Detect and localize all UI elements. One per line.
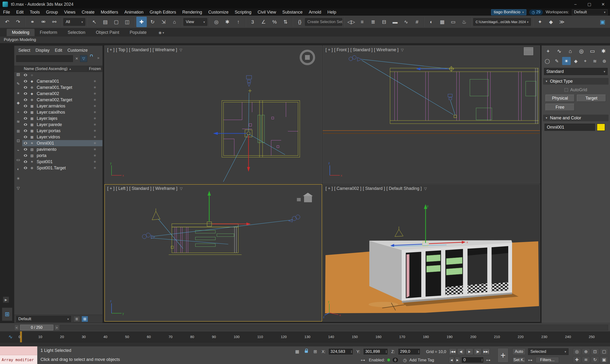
zoom-all-icon[interactable]: ⊕: [582, 348, 590, 355]
viewport-menu-general[interactable]: [ + ]: [325, 186, 333, 191]
isolate-selection-icon[interactable]: ▦: [294, 348, 301, 355]
home-view-widget[interactable]: [297, 193, 313, 202]
list-item[interactable]: ▧ porta ✳: [22, 153, 103, 159]
set-key-button[interactable]: Set K.: [512, 357, 526, 363]
listener-field[interactable]: Array modifier: [0, 355, 37, 364]
visibility-eye-icon[interactable]: [24, 136, 27, 138]
remote-render-icon[interactable]: ▣: [597, 17, 608, 27]
maximize-button[interactable]: ▢: [582, 0, 596, 9]
visibility-eye-icon[interactable]: [24, 74, 27, 76]
toolbar-overflow-chevron[interactable]: ≫: [557, 17, 567, 27]
ribbon-tab[interactable]: Populate: [124, 29, 152, 36]
display-xrefs-icon[interactable]: ⊡: [17, 138, 20, 143]
rendered-frame-window-icon[interactable]: ▭: [448, 17, 458, 27]
spinner-icon[interactable]: ▴▾: [418, 350, 419, 353]
mini-curve-editor-icon[interactable]: ∿: [6, 333, 15, 341]
camera-viewport-canvas[interactable]: y x x y z: [323, 184, 540, 322]
undo-icon[interactable]: ↶: [2, 17, 13, 27]
zoom-icon[interactable]: ◎: [573, 348, 581, 355]
menu-item[interactable]: Scripting: [232, 9, 255, 16]
visibility-eye-icon[interactable]: [24, 167, 27, 169]
menu-item[interactable]: Display: [33, 48, 52, 53]
mirror-icon[interactable]: ◁▷: [346, 17, 356, 27]
utilities-tab-icon[interactable]: ✱: [598, 46, 609, 56]
shapes-category-icon[interactable]: ✎: [553, 57, 561, 65]
menu-item[interactable]: Customize: [65, 48, 90, 53]
layer-manager-icon[interactable]: ≣: [368, 17, 378, 27]
key-icon[interactable]: ⊶: [360, 357, 366, 364]
visibility-eye-icon[interactable]: [24, 111, 27, 113]
menu-item[interactable]: Graph Editors: [146, 9, 179, 16]
clear-search-icon[interactable]: ✕: [74, 56, 79, 62]
target-light-button[interactable]: Target: [577, 95, 606, 102]
select-and-link-icon[interactable]: ⚭: [27, 17, 38, 27]
create-tab-icon[interactable]: +: [543, 46, 554, 56]
list-item[interactable]: ☀ Omni001 ✳: [22, 140, 103, 146]
set-keys-button[interactable]: +: [497, 348, 508, 363]
expand-panel-button[interactable]: ▶: [3, 297, 9, 303]
key-mode-toggle-icon[interactable]: ⊶: [485, 357, 491, 364]
top-viewport-canvas[interactable]: x y: [104, 46, 322, 184]
play-button[interactable]: ▶: [466, 348, 473, 355]
display-lights-icon[interactable]: ☀: [16, 91, 20, 95]
previous-frame-button[interactable]: ◀|: [457, 348, 465, 355]
frozen-icon[interactable]: ✳: [87, 166, 103, 170]
ribbon-tab[interactable]: Selection: [63, 29, 91, 36]
extra-tool-icon-2[interactable]: ◆: [546, 17, 556, 27]
viewport-menu-renderer[interactable]: [ Standard ]: [350, 47, 373, 52]
menu-item[interactable]: Edit: [13, 9, 27, 16]
visibility-eye-icon[interactable]: [24, 123, 27, 126]
add-time-tag[interactable]: Add Time Tag: [409, 358, 434, 363]
maxscript-mini-listener[interactable]: Array modifier: [0, 346, 38, 364]
display-shapes-icon[interactable]: ✎: [17, 81, 20, 86]
viewport-menu-general[interactable]: [ + ]: [107, 47, 115, 52]
snaps-toggle-3d-icon[interactable]: 3: [247, 17, 258, 27]
next-frame-arrow[interactable]: >: [54, 325, 59, 330]
display-frozen-icon[interactable]: ✳: [17, 176, 20, 181]
display-space-warps-icon[interactable]: ≋: [17, 119, 20, 124]
display-groups-icon[interactable]: ⊞: [17, 129, 20, 133]
modify-tab-icon[interactable]: ∿: [554, 46, 565, 56]
list-item[interactable]: ○: [22, 72, 103, 78]
selection-filter-dropdown[interactable]: All ▾: [63, 18, 85, 26]
spinner-icon[interactable]: ▴▾: [386, 350, 387, 353]
layer-view-icon[interactable]: ≣: [73, 316, 80, 322]
viewport-left[interactable]: [ + ] [ Left ] [ Standard ] [ Wireframe …: [104, 184, 322, 322]
frame-forward-button[interactable]: ▶: [455, 357, 460, 363]
viewport-menu-view[interactable]: [ Top ]: [116, 47, 128, 52]
visibility-eye-icon[interactable]: [24, 148, 27, 151]
viewcube-compass[interactable]: [301, 51, 314, 64]
key-filter-icon[interactable]: ⊶: [527, 357, 533, 364]
extra-tool-icon-1[interactable]: ✦: [535, 17, 545, 27]
spinner-icon[interactable]: ▴▾: [351, 350, 352, 353]
ribbon-tab[interactable]: Object Paint: [91, 29, 124, 36]
minimize-button[interactable]: –: [569, 0, 582, 9]
toggle-ribbon-icon[interactable]: ▬: [390, 17, 400, 27]
list-item[interactable]: ◆ Camera001 ✳: [22, 78, 103, 84]
display-bones-icon[interactable]: ⌁: [17, 148, 20, 153]
toggle-scene-explorer-icon[interactable]: ⊟: [379, 17, 389, 27]
panel-overflow-chevron[interactable]: »: [97, 56, 99, 60]
hierarchy-tab-icon[interactable]: ⌂: [565, 46, 576, 56]
render-production-icon[interactable]: ♨: [459, 17, 469, 27]
bind-to-space-warp-icon[interactable]: ⚯: [49, 17, 60, 27]
list-item[interactable]: ☀ Spot001 ✳: [22, 159, 103, 165]
menu-item[interactable]: Help: [324, 9, 339, 16]
explorer-preset-dropdown[interactable]: Default ▾: [16, 316, 71, 322]
grid-view-icon[interactable]: ⊞: [81, 316, 88, 322]
visibility-eye-icon[interactable]: [24, 92, 27, 95]
workspace-dropdown[interactable]: Default ▾: [572, 9, 608, 15]
frozen-icon[interactable]: ✳: [87, 160, 103, 164]
list-item[interactable]: ▦ Layer:portas ✳: [22, 128, 103, 134]
named-selection-set-combo[interactable]: Create Selection Set: [305, 18, 342, 26]
track-bar[interactable]: ∿ 01020304050607080901001101201301401501…: [0, 331, 610, 342]
zoom-extents-icon[interactable]: ⊡: [591, 348, 599, 355]
project-folder-dropdown[interactable]: C:\Users\tiago\...os\3ds Max 2024 ▾: [473, 18, 531, 26]
frozen-icon[interactable]: ✳: [87, 135, 103, 139]
display-helpers-icon[interactable]: ⌖: [17, 110, 19, 114]
maximize-viewport-icon[interactable]: ▣: [600, 356, 608, 363]
time-slider-track[interactable]: [60, 325, 608, 330]
angle-snap-icon[interactable]: ∠: [258, 17, 269, 27]
menu-item[interactable]: Edit: [52, 48, 65, 53]
helpers-category-icon[interactable]: ⌖: [581, 57, 589, 65]
